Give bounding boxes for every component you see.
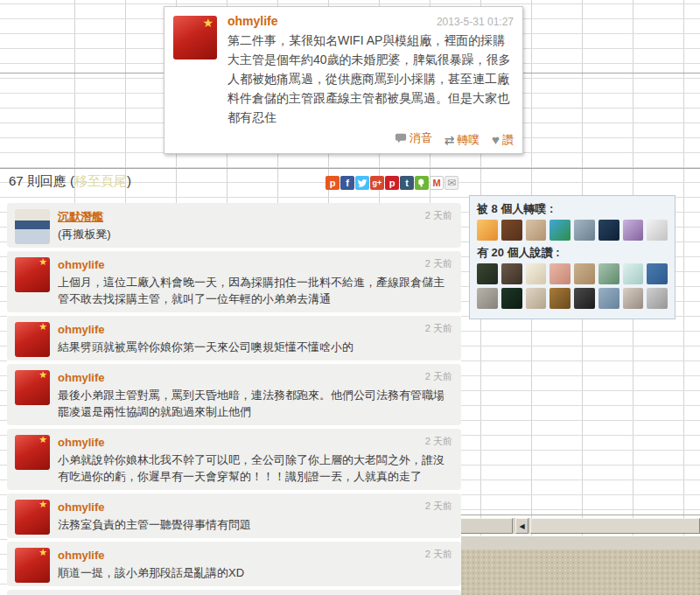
replurker-avatar[interactable] bbox=[501, 220, 522, 241]
like-label: 讚 bbox=[502, 132, 514, 148]
excel-scrollbar-strip: ◀ bbox=[455, 518, 700, 534]
comment-timestamp: 2 天前 bbox=[425, 500, 452, 513]
flag-star-icon: ★ bbox=[38, 500, 47, 510]
liker-avatar[interactable] bbox=[574, 263, 595, 284]
twitter-share-icon[interactable] bbox=[355, 176, 369, 190]
speech-bubble-icon bbox=[395, 132, 407, 144]
commenter-avatar[interactable]: ★ bbox=[15, 257, 50, 292]
replurk-count-label: 被 8 個人轉噗 : bbox=[477, 202, 668, 216]
comment-timestamp: 2 天前 bbox=[425, 322, 452, 335]
post-avatar[interactable]: ★ bbox=[173, 16, 217, 60]
share-icon-row: p f g+ p t M ✉ bbox=[326, 176, 458, 190]
liker-avatar[interactable] bbox=[477, 263, 498, 284]
liker-avatars-row1 bbox=[477, 263, 668, 284]
plurk-glyph: p bbox=[330, 178, 336, 188]
liker-avatar[interactable] bbox=[623, 288, 644, 309]
flag-star-icon: ★ bbox=[38, 435, 47, 445]
liker-avatar[interactable] bbox=[647, 288, 668, 309]
replurker-avatars bbox=[477, 220, 668, 241]
excel-status-band bbox=[455, 536, 700, 550]
liker-avatar[interactable] bbox=[526, 288, 547, 309]
liker-avatar[interactable] bbox=[501, 263, 522, 284]
commenter-avatar[interactable]: ★ bbox=[15, 548, 50, 583]
flag-star-icon: ★ bbox=[38, 322, 47, 332]
response-count-label: 則回應 bbox=[27, 173, 66, 188]
email-share-icon[interactable]: ✉ bbox=[444, 176, 458, 190]
comment-timestamp: 2 天前 bbox=[425, 370, 452, 383]
comment-text: 最後小弟跟主管對罵，罵到天昏地暗，連法務都跑來。他們公司法務有管職場罷凌還是兩性… bbox=[58, 387, 452, 420]
screen: ◀ ★ ohmylife 2013-5-31 01:27 第二件事，某很知名WI… bbox=[0, 0, 700, 595]
post-timestamp: 2013-5-31 01:27 bbox=[437, 16, 514, 28]
googleplus-share-icon[interactable]: g+ bbox=[370, 176, 384, 190]
commenter-avatar[interactable]: ★ bbox=[15, 322, 50, 357]
liker-avatar[interactable] bbox=[550, 288, 570, 309]
commenter-avatar[interactable]: ★ bbox=[15, 435, 50, 470]
gmail-share-icon[interactable]: M bbox=[430, 176, 444, 190]
comment-card: ★ ohmylife 2 天前 法務室負責的主管一聽覺得事情有問題 bbox=[7, 494, 461, 538]
replurk-button[interactable]: ⇄ 轉噗 bbox=[444, 132, 480, 148]
replurker-avatar[interactable] bbox=[647, 220, 668, 241]
comment-text: 結果劈頭就被罵幹你娘你第一天來公司噢規矩懂不懂啥小的 bbox=[58, 339, 452, 355]
like-button[interactable]: ♥ 讚 bbox=[492, 132, 514, 148]
replurker-avatar[interactable] bbox=[623, 220, 644, 241]
comment-text: 小弟就說幹你娘林北我不幹了可以吧，全公司除了你上層的大老闆之外，誰沒有吃過你的虧… bbox=[58, 452, 452, 485]
commenter-avatar[interactable] bbox=[15, 209, 50, 244]
post-author-link[interactable]: ohmylife bbox=[228, 14, 278, 28]
commenter-avatar[interactable]: ★ bbox=[15, 500, 50, 535]
comment-card: ★ ohmylife 2 天前 法務主管就偷偷派人去查，從公司內查到公司外的供應… bbox=[7, 590, 461, 595]
liker-avatar[interactable] bbox=[598, 263, 620, 284]
jump-to-bottom-link[interactable]: 移至頁尾 bbox=[74, 173, 127, 188]
liker-avatar[interactable] bbox=[647, 263, 668, 284]
replurker-avatar[interactable] bbox=[598, 220, 620, 241]
replurker-avatar[interactable] bbox=[526, 220, 547, 241]
scroll-left-button[interactable]: ◀ bbox=[515, 518, 528, 534]
horizontal-scrollbar-track[interactable] bbox=[530, 518, 700, 534]
liker-avatar[interactable] bbox=[574, 288, 595, 309]
evernote-share-icon[interactable] bbox=[415, 176, 429, 190]
post-header: ohmylife 2013-5-31 01:27 bbox=[228, 14, 514, 28]
pinterest-share-icon[interactable]: p bbox=[385, 176, 399, 190]
spreadsheet-border-line bbox=[0, 168, 700, 169]
commenter-name-link[interactable]: ohmylife bbox=[58, 323, 104, 337]
paren-close: ) bbox=[127, 173, 131, 188]
googleplus-glyph: g+ bbox=[373, 179, 382, 187]
commenter-name-link[interactable]: ohmylife bbox=[58, 549, 104, 563]
sheet-tabs-area[interactable] bbox=[455, 518, 513, 534]
comment-timestamp: 2 天前 bbox=[425, 435, 452, 448]
facebook-share-icon[interactable]: f bbox=[340, 176, 354, 190]
evernote-elephant-icon bbox=[416, 178, 427, 188]
liker-avatar[interactable] bbox=[623, 263, 644, 284]
flag-star-icon: ★ bbox=[38, 370, 47, 381]
commenter-name-link[interactable]: ohmylife bbox=[58, 258, 104, 272]
tumblr-share-icon[interactable]: t bbox=[400, 176, 414, 190]
post-actions: 消音 ⇄ 轉噗 ♥ 讚 bbox=[228, 130, 514, 148]
liker-avatar[interactable] bbox=[501, 288, 522, 309]
gmail-glyph: M bbox=[432, 178, 440, 188]
liker-avatars-row2 bbox=[477, 288, 668, 309]
comment-text: 順道一提，該小弟那段話是亂講的XD bbox=[58, 564, 452, 581]
replurker-avatar[interactable] bbox=[574, 220, 595, 241]
comment-text: 上個月，這位工廠入料會晚一天，因為採購扣住一批料不給進，產線跟倉儲主管不敢去找採… bbox=[58, 274, 452, 307]
comment-card: ★ ohmylife 2 天前 順道一提，該小弟那段話是亂講的XD bbox=[7, 542, 461, 586]
commenter-name-link[interactable]: ohmylife bbox=[58, 436, 104, 450]
replurker-avatar[interactable] bbox=[477, 220, 498, 241]
comment-text: (再搬板凳) bbox=[58, 226, 452, 242]
post-card: ★ ohmylife 2013-5-31 01:27 第二件事，某很知名WIFI… bbox=[164, 6, 523, 154]
commenter-avatar[interactable]: ★ bbox=[15, 370, 50, 405]
commenter-name-link[interactable]: ohmylife bbox=[58, 371, 104, 385]
like-count-label: 有 20 個人說讚 : bbox=[477, 246, 668, 260]
comment-card: ★ ohmylife 2 天前 最後小弟跟主管對罵，罵到天昏地暗，連法務都跑來。… bbox=[7, 364, 461, 425]
comment-timestamp: 2 天前 bbox=[425, 209, 452, 222]
mute-button[interactable]: 消音 bbox=[395, 130, 432, 146]
liker-avatar[interactable] bbox=[598, 288, 620, 309]
twitter-bird-icon bbox=[357, 178, 368, 188]
comment-text: 法務室負責的主管一聽覺得事情有問題 bbox=[58, 516, 452, 533]
liker-avatar[interactable] bbox=[477, 288, 498, 309]
liker-avatar[interactable] bbox=[526, 263, 547, 284]
plurk-share-icon[interactable]: p bbox=[326, 176, 340, 190]
commenter-name-link[interactable]: ohmylife bbox=[58, 500, 104, 514]
liker-avatar[interactable] bbox=[550, 263, 570, 284]
comment-timestamp: 2 天前 bbox=[425, 548, 452, 561]
commenter-name-link[interactable]: 沉默潛艦 bbox=[58, 210, 103, 224]
replurker-avatar[interactable] bbox=[550, 220, 570, 241]
